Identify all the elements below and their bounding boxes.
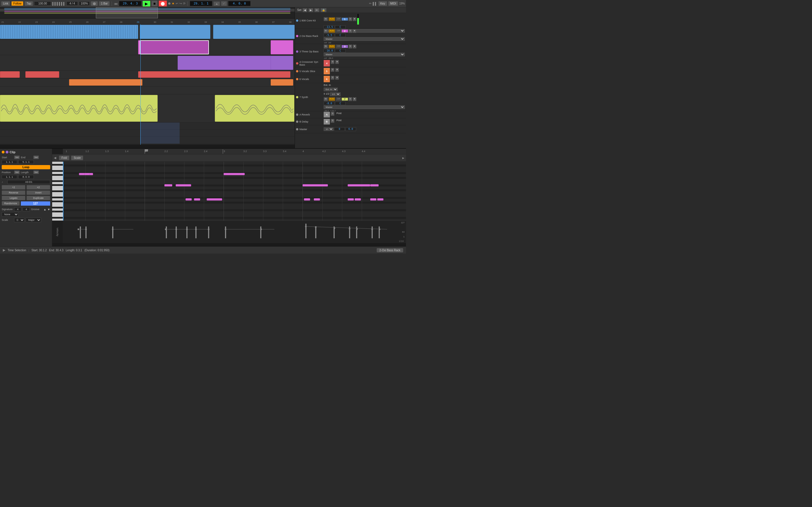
clip-808-3[interactable] [213,25,295,39]
arrangement-tracks[interactable]: 0:50 0:55 1:00 1:05 1:10 1:15 1:20 1:25 … [0,24,295,145]
set-lock-btn[interactable]: 🔒 [320,8,326,12]
clip-3op-1[interactable] [177,56,272,70]
bpm-input[interactable] [34,1,51,6]
pr-fold-btn[interactable]: Fold [59,156,69,160]
ch1-s-btn[interactable]: S [349,17,352,21]
clip-vslice-2[interactable] [271,79,293,86]
ch5-m-btn[interactable]: ● [335,68,339,72]
track-row-6[interactable] [0,87,295,94]
reverb-track[interactable] [0,129,295,136]
pr-note-15[interactable] [355,198,361,201]
cp-end-set-btn[interactable]: Set [33,156,39,159]
channel-7-name[interactable]: 7 Synth [296,83,323,110]
track-row-7[interactable] [0,94,295,122]
cp-scale-key-sel[interactable]: C [14,218,24,222]
metro-icon[interactable]: ▲ [213,1,220,6]
pr-left-arrow[interactable]: ◀ [54,156,56,160]
cp-times2-btn[interactable]: ×2 [27,185,50,189]
track-row-4[interactable] [0,71,295,78]
pr-scale-btn[interactable]: Scale [71,156,83,160]
channel-B-name[interactable]: B Delay [296,119,323,124]
pr-note-16[interactable] [370,198,376,201]
quantize-btn[interactable]: 1 Bar [99,1,110,6]
ch7-m-btn[interactable]: ● [353,97,356,101]
play-button[interactable]: ▶ [143,1,150,6]
redo-icon[interactable]: ↪ [179,2,182,5]
pr-note-9[interactable] [186,198,192,201]
cp-rand-val[interactable]: 127 [21,202,50,206]
pr-note-6[interactable] [303,184,328,186]
cp-reverse-btn[interactable]: Reverse [2,190,26,195]
ch3-m-btn[interactable]: ● [353,45,356,48]
ch4-m-btn[interactable]: ● [335,60,339,64]
track-row-1[interactable] [0,24,295,40]
ch7-ext-select[interactable]: Ext. In [324,88,338,91]
master-routing-sel[interactable]: 1/2 [324,127,334,131]
cp-groove-dn-btn[interactable]: ▼ [47,208,50,211]
cp-plus2-btn[interactable]: +2 [2,185,26,189]
set-next-btn[interactable]: ▶ [308,8,313,12]
undo-icon[interactable]: ↩ [175,2,178,5]
cp-end-val[interactable]: 5. 1. 1 [18,160,34,164]
clip-synth-2[interactable] [215,95,294,122]
channel-6-name[interactable]: 6 Vocals [296,76,323,82]
cp-len-set-btn[interactable]: Set [33,170,39,174]
pr-note-13[interactable] [314,198,320,201]
ch7-auto-btn[interactable]: Auto [328,97,335,101]
ch3-pan-val[interactable]: C [335,49,346,52]
ch1-off-btn[interactable]: Off [336,17,341,21]
cp-scale-type-sel[interactable]: Major [26,218,41,222]
ch2-pan-val[interactable]: C [335,34,346,37]
ch7-routing[interactable]: Master [324,105,405,109]
cp-invert-btn[interactable]: Invert [27,190,50,195]
cp-randomize-btn[interactable]: Randomize [2,201,20,206]
pr-note-7[interactable] [348,184,370,186]
channel-5-name[interactable]: 5 Vocals Slice [296,68,323,74]
arrangement-scrollbar[interactable] [0,145,295,148]
zoom-input[interactable] [79,1,90,6]
cp-duplicate-btn[interactable]: Duplicate [27,196,50,200]
clip-cross-3[interactable] [138,71,290,78]
ch3-routing[interactable]: Master [324,53,405,56]
pr-note-5[interactable] [175,184,191,186]
play-indicator[interactable]: ▶ [3,248,5,252]
ch3-fader-val[interactable]: -16.0 [324,49,335,52]
link-button[interactable]: Link [1,1,10,6]
channel-2-name[interactable]: 2 Oxi Bass Rack [296,29,323,43]
cp-len-val[interactable]: 8. 0. 0 [18,175,34,179]
ch7-s-btn[interactable]: S [349,97,352,101]
time-sig-input[interactable] [66,1,78,6]
cp-pos-val[interactable]: 1. 1. 1 [2,175,17,179]
clip-cross-2[interactable] [26,71,59,78]
delay-track[interactable] [0,136,295,144]
ch2-s-btn[interactable]: S [349,29,352,33]
clip-808-1[interactable] [0,25,138,39]
set-edit-btn[interactable]: ✏ [314,8,319,12]
track-row-3[interactable] [0,55,295,71]
channel-master-name[interactable]: Master [296,126,323,132]
cp-sig-num[interactable]: 4 [14,207,21,211]
ch1-m-btn[interactable]: ● [353,17,356,21]
pr-note-12[interactable] [304,198,310,201]
pr-note-17[interactable] [377,198,384,201]
ch2-m-btn[interactable]: ● [353,29,356,33]
ch7-in-btn[interactable]: In [324,97,328,101]
pencil-icon[interactable]: ✏ [369,2,371,5]
ch1-in-btn[interactable]: In [324,17,328,21]
pr-note-10[interactable] [194,198,200,201]
cp-groove-sel[interactable]: None [2,212,18,217]
ch2-off-btn[interactable]: Off [336,29,341,33]
clip-cross-1[interactable] [0,71,20,78]
ch3-off-btn[interactable]: Off [336,45,341,48]
cp-start-set-btn[interactable]: Set [14,156,20,159]
clip-synth-1[interactable] [0,95,158,122]
channel-A-name[interactable]: A Reverb [296,112,323,117]
ch3-in-btn[interactable]: In [324,45,328,48]
ch7-fader-val[interactable]: -8.0 [324,102,335,105]
ch7-off-btn[interactable]: Off [336,97,341,101]
plus-icon[interactable]: ⊕ [168,2,170,5]
cp-legato-btn[interactable]: Legato [2,196,26,200]
ch6-m-btn[interactable]: ● [335,76,339,80]
ch2-in-btn[interactable]: In [324,29,328,33]
ch1-auto-btn[interactable]: Auto [328,17,335,21]
